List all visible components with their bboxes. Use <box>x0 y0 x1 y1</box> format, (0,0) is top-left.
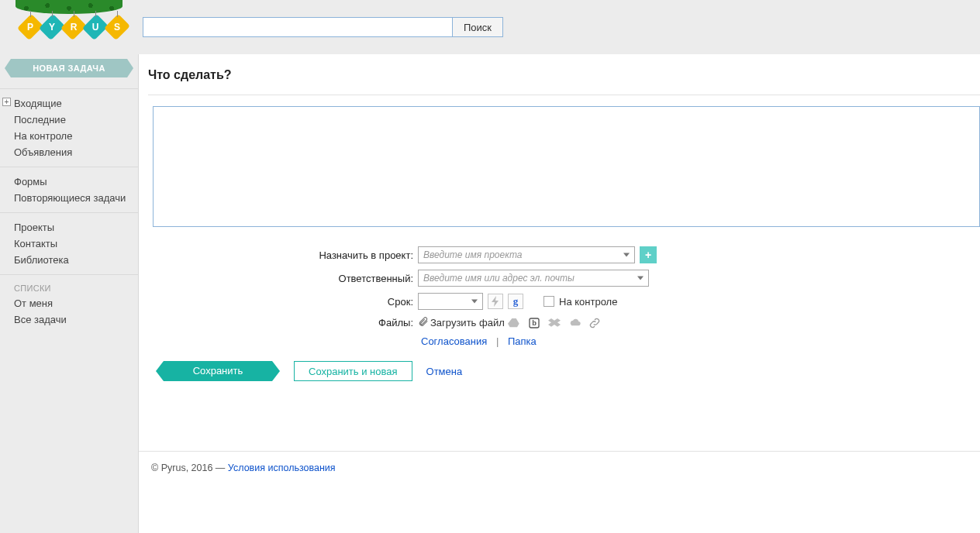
logo[interactable]: P Y R U S <box>0 0 138 54</box>
approvals-link[interactable]: Согласования <box>421 335 487 347</box>
folder-link[interactable]: Папка <box>508 335 537 347</box>
divider <box>148 95 980 95</box>
logo-letter: U <box>92 22 99 33</box>
sidebar-item-label: Входящие <box>14 98 62 109</box>
sidebar-item-label: Все задачи <box>14 314 67 325</box>
sidebar-item-oncontrol[interactable]: На контроле <box>14 128 138 144</box>
footer: © Pyrus, 2016 — Условия использования <box>139 451 980 533</box>
project-placeholder: Введите имя проекта <box>423 249 523 260</box>
bolt-icon <box>489 295 502 308</box>
copyright-text: © Pyrus, 2016 — <box>151 463 228 473</box>
sidebar-item-label: Библиотека <box>14 254 69 266</box>
responsible-placeholder: Введите имя или адрес эл. почты <box>423 273 575 284</box>
sidebar-item-forms[interactable]: Формы <box>14 174 138 190</box>
paperclip-icon <box>418 316 429 329</box>
sidebar-item-label: Объявления <box>14 146 72 158</box>
sidebar-item-projects[interactable]: Проекты <box>14 219 138 236</box>
sidebar-item-from-me[interactable]: От меня <box>14 295 138 311</box>
chevron-down-icon <box>623 253 630 257</box>
responsible-combo[interactable]: Введите имя или адрес эл. почты <box>418 270 649 287</box>
on-control-label: На контроле <box>559 296 617 308</box>
box-icon[interactable]: b <box>528 317 540 329</box>
upload-file-link[interactable]: Загрузить файл <box>430 317 505 328</box>
sidebar-item-all-tasks[interactable]: Все задачи <box>14 311 138 328</box>
link-icon[interactable] <box>588 317 601 329</box>
dropbox-icon[interactable] <box>548 317 561 329</box>
due-date-combo[interactable] <box>418 293 483 310</box>
due-label: Срок: <box>148 296 418 308</box>
sidebar-item-inbox[interactable]: + Входящие <box>14 95 138 112</box>
onedrive-icon[interactable] <box>568 317 581 329</box>
sidebar-item-label: Формы <box>14 176 47 187</box>
separator: | <box>496 335 499 347</box>
sidebar-item-recurring[interactable]: Повторяющиеся задачи <box>14 190 138 206</box>
sidebar-item-label: Последние <box>14 114 66 126</box>
sidebar-item-library[interactable]: Библиотека <box>14 252 138 268</box>
sidebar-heading-lists: СПИСКИ <box>14 281 138 295</box>
sidebar-item-recent[interactable]: Последние <box>14 112 138 128</box>
garland-decoration <box>16 0 122 14</box>
google-drive-icon[interactable] <box>508 317 520 329</box>
new-task-button[interactable]: НОВАЯ ЗАДАЧА <box>5 59 133 77</box>
sidebar-item-label: Повторяющиеся задачи <box>14 192 126 204</box>
chevron-down-icon <box>471 300 478 304</box>
expand-icon[interactable]: + <box>2 98 11 106</box>
search-button[interactable]: Поиск <box>453 17 503 37</box>
page-title: Что сделать? <box>148 68 980 82</box>
chevron-down-icon <box>637 277 644 280</box>
save-button[interactable]: Сохранить <box>156 361 280 381</box>
project-label: Назначить в проект: <box>148 249 418 261</box>
google-calendar-button[interactable]: g <box>508 294 523 309</box>
add-project-button[interactable]: + <box>640 246 657 263</box>
logo-letter: P <box>27 22 33 33</box>
search-input[interactable] <box>143 17 453 37</box>
project-combo[interactable]: Введите имя проекта <box>418 246 635 263</box>
sidebar-item-label: Проекты <box>14 222 54 233</box>
sidebar-item-label: На контроле <box>14 130 72 142</box>
logo-letter: Y <box>49 22 55 33</box>
svg-text:b: b <box>532 319 537 327</box>
task-description-input[interactable] <box>153 106 980 227</box>
sidebar-item-label: Контакты <box>14 238 57 249</box>
sidebar-item-label: От меня <box>14 297 53 309</box>
save-and-new-button[interactable]: Сохранить и новая <box>294 361 412 381</box>
responsible-label: Ответственный: <box>148 273 418 284</box>
files-label: Файлы: <box>148 317 418 328</box>
sidebar-item-contacts[interactable]: Контакты <box>14 236 138 252</box>
quick-date-button[interactable] <box>488 294 503 309</box>
on-control-checkbox[interactable] <box>543 296 554 307</box>
logo-letter: S <box>114 22 120 33</box>
sidebar-item-announcements[interactable]: Объявления <box>14 144 138 160</box>
logo-letter: R <box>71 22 78 33</box>
terms-link[interactable]: Условия использования <box>228 463 336 473</box>
cancel-button[interactable]: Отмена <box>426 366 463 377</box>
